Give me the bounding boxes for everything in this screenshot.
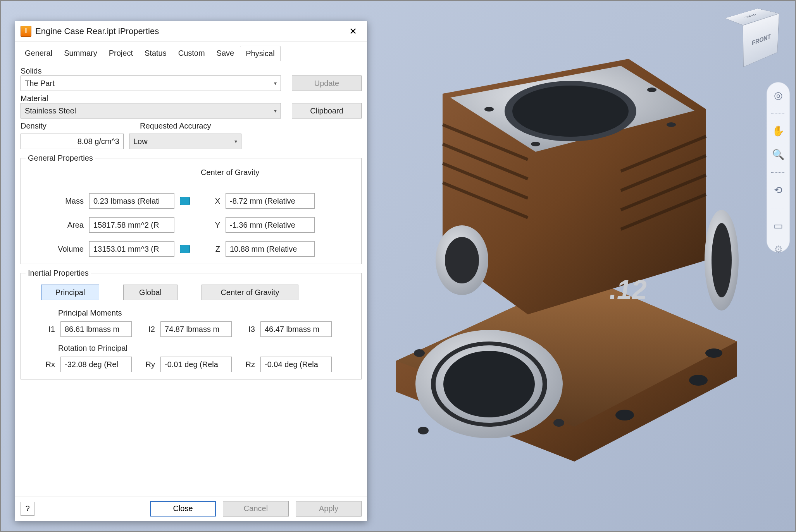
general-properties-legend: General Properties: [26, 154, 95, 163]
cog-x-value: -8.72 mm (Relative: [226, 193, 315, 209]
principal-moments-header: Principal Moments: [58, 309, 357, 317]
svg-line-1: [443, 144, 528, 179]
tab-physical[interactable]: Physical: [240, 46, 280, 61]
svg-line-5: [621, 156, 706, 190]
rz-value: -0.04 deg (Rela: [260, 357, 332, 372]
svg-point-25: [615, 410, 634, 420]
material-value: Stainless Steel: [25, 106, 76, 115]
tab-save[interactable]: Save: [211, 45, 240, 61]
tab-status[interactable]: Status: [139, 45, 172, 61]
svg-point-16: [705, 210, 739, 311]
dialog-footer: ? Close Cancel Apply: [15, 496, 367, 521]
material-select[interactable]: Stainless Steel ▾: [21, 103, 281, 118]
i1-value: 86.61 lbmass m: [60, 321, 132, 337]
volume-value: 13153.01 mm^3 (R: [89, 241, 174, 257]
inertial-properties-group: Inertial Properties Principal Global Cen…: [21, 269, 362, 379]
chevron-down-icon: ▾: [234, 138, 237, 144]
rx-label: Rx: [37, 360, 55, 369]
calculator-icon[interactable]: [180, 245, 190, 253]
svg-point-23: [418, 427, 429, 434]
area-value: 15817.58 mm^2 (R: [89, 217, 174, 233]
tab-project[interactable]: Project: [103, 45, 139, 61]
cog-header: Center of Gravity: [201, 168, 357, 177]
svg-point-11: [647, 88, 656, 92]
orbit-icon[interactable]: ⟲: [772, 184, 784, 196]
ry-value: -0.01 deg (Rela: [160, 357, 232, 372]
pan-icon[interactable]: ✋: [772, 125, 784, 137]
i2-value: 74.87 lbmass m: [160, 321, 232, 337]
svg-point-22: [414, 349, 425, 357]
cog-z-value: 10.88 mm (Relative: [226, 241, 315, 257]
tab-custom[interactable]: Custom: [172, 45, 211, 61]
solids-label: Solids: [21, 67, 362, 76]
zoom-icon[interactable]: 🔍: [772, 149, 784, 161]
cog-x-label: X: [197, 197, 220, 206]
svg-point-19: [431, 342, 547, 427]
cog-y-label: Y: [197, 221, 220, 230]
inertial-properties-legend: Inertial Properties: [26, 269, 91, 278]
mass-value: 0.23 lbmass (Relati: [89, 193, 174, 209]
svg-line-0: [443, 125, 528, 160]
mass-label: Mass: [26, 197, 84, 206]
svg-line-6: [621, 175, 706, 210]
close-icon[interactable]: ✕: [345, 24, 362, 39]
accuracy-select[interactable]: Low ▾: [129, 134, 241, 149]
svg-point-14: [436, 225, 488, 295]
svg-point-17: [712, 223, 732, 297]
svg-point-27: [705, 348, 722, 358]
tab-general[interactable]: General: [19, 45, 58, 61]
calculator-icon[interactable]: [180, 197, 190, 205]
settings-icon[interactable]: ⚙: [772, 244, 784, 256]
chevron-down-icon: ▾: [274, 80, 277, 86]
material-label: Material: [21, 94, 362, 103]
svg-point-26: [689, 375, 708, 386]
general-properties-group: General Properties Center of Gravity Mas…: [21, 154, 362, 264]
accuracy-label: Requested Accuracy: [140, 122, 362, 130]
svg-point-12: [531, 142, 540, 146]
view-cube[interactable]: FRONT RIGHT TOP: [727, 8, 776, 67]
dialog-title: Engine Case Rear.ipt iProperties: [35, 26, 345, 36]
cog-z-label: Z: [197, 245, 220, 254]
rz-label: Rz: [237, 360, 255, 369]
svg-point-21: [443, 351, 535, 417]
center-of-gravity-button[interactable]: Center of Gravity: [202, 285, 298, 300]
principal-button[interactable]: Principal: [41, 285, 99, 300]
svg-point-10: [484, 107, 494, 112]
volume-label: Volume: [26, 245, 84, 254]
close-button[interactable]: Close: [150, 501, 216, 517]
svg-point-8: [505, 81, 636, 141]
global-button[interactable]: Global: [123, 285, 177, 300]
density-value: 8.08 g/cm^3: [21, 134, 124, 149]
svg-line-2: [443, 163, 528, 198]
svg-line-3: [443, 183, 528, 218]
clipboard-button[interactable]: Clipboard: [292, 103, 362, 118]
svg-point-15: [445, 237, 479, 283]
svg-point-18: [415, 330, 563, 438]
model-view[interactable]: .12: [373, 43, 749, 477]
density-label: Density: [21, 122, 129, 130]
cog-y-value: -1.36 mm (Relative: [226, 217, 315, 233]
i3-value: 46.47 lbmass m: [260, 321, 332, 337]
help-button[interactable]: ?: [21, 502, 34, 516]
ry-label: Ry: [137, 360, 155, 369]
tab-summary[interactable]: Summary: [58, 45, 103, 61]
apply-button[interactable]: Apply: [296, 501, 362, 517]
svg-point-13: [667, 122, 676, 127]
rotation-principal-header: Rotation to Principal: [58, 344, 357, 353]
svg-line-7: [621, 194, 706, 229]
app-icon: I: [21, 26, 31, 37]
solids-select[interactable]: The Part ▾: [21, 76, 281, 91]
accuracy-value: Low: [133, 137, 148, 146]
update-button[interactable]: Update: [292, 76, 362, 91]
lookat-icon[interactable]: ▭: [772, 220, 784, 232]
home-icon[interactable]: ◎: [772, 89, 784, 101]
iproperties-dialog: I Engine Case Rear.ipt iProperties ✕ Gen…: [15, 21, 367, 521]
i1-label: I1: [37, 325, 55, 334]
tab-strip: General Summary Project Status Custom Sa…: [15, 41, 367, 61]
navigation-bar: ◎ ✋ 🔍 ⟲ ▭ ⚙: [767, 82, 790, 252]
i3-label: I3: [237, 325, 255, 334]
svg-point-20: [436, 345, 543, 423]
svg-point-9: [512, 86, 629, 137]
cancel-button[interactable]: Cancel: [223, 501, 289, 517]
svg-point-24: [553, 419, 564, 427]
